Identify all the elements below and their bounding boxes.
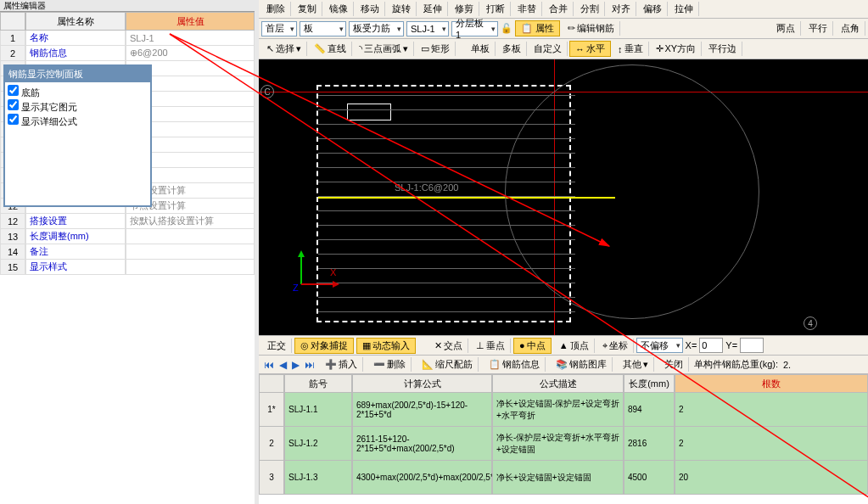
ortho-toggle[interactable]: 正交	[262, 339, 292, 353]
result-row[interactable]: 1*SLJ-1.1689+max(200/2,5*d)-15+120-2*15+…	[259, 393, 868, 427]
axis-mark-c: C	[260, 85, 274, 98]
toolbar-button[interactable]: 分割	[575, 2, 605, 16]
nav-prev[interactable]: ◀	[279, 359, 287, 371]
edit-rebar-button[interactable]: ✏ 编辑钢筋	[563, 21, 620, 36]
y-label: Y=	[725, 340, 737, 350]
parallel-button[interactable]: 平行	[804, 21, 833, 36]
weight-label: 单构件钢筋总重(kg):	[694, 358, 778, 371]
info-button[interactable]: 📋 钢筋信息	[484, 357, 546, 372]
multi-board-button[interactable]: 多板	[497, 42, 527, 56]
svg-marker-3	[333, 281, 339, 288]
vertical-button[interactable]: ↕ 垂直	[613, 42, 649, 56]
toolbar-button[interactable]: 镜像	[324, 2, 354, 16]
result-nav-bar: ⏮ ◀ ▶ ⏭ ➕ 插入 ➖ 删除 📐 缩尺配筋 📋 钢筋信息 📚 钢筋图库 其…	[259, 356, 868, 374]
offset-combo[interactable]: 不偏移	[636, 338, 683, 353]
scale-button[interactable]: 📐 缩尺配筋	[417, 357, 479, 372]
svg-text:X: X	[330, 267, 337, 277]
line-button[interactable]: 📏 直线	[309, 42, 352, 56]
result-header: 筋号 计算公式 公式描述 长度(mm) 根数	[259, 374, 868, 393]
toolbar-button[interactable]: 合并	[544, 2, 574, 16]
single-board-button[interactable]: 单板	[466, 42, 496, 56]
rebar-label: SLJ-1:C6@200	[395, 182, 458, 193]
checkbox-item[interactable]: 显示详细公式	[8, 114, 148, 128]
col-value: 属性值	[126, 12, 255, 31]
checkbox-item[interactable]: 底筋	[8, 85, 148, 99]
result-row[interactable]: 3SLJ-1.34300+max(200/2,5*d)+max(200/2,5*…	[259, 461, 868, 495]
weight-value: 2.	[783, 360, 791, 370]
floor-combo[interactable]: 首层	[261, 21, 297, 36]
toolbar-button[interactable]: 打断	[481, 2, 511, 16]
col-formula: 计算公式	[352, 374, 492, 393]
property-button[interactable]: 📋 属性	[515, 20, 560, 36]
mid-point-toggle[interactable]: ● 中点	[513, 338, 552, 354]
cross-point-toggle[interactable]: ✕ 交点	[429, 339, 468, 353]
top-point-toggle[interactable]: ▲ 顶点	[554, 339, 595, 353]
prop-row[interactable]: 2钢筋信息⊕6@200	[0, 46, 255, 61]
svg-text:Z: Z	[293, 283, 299, 293]
status-bar: 正交 ◎ 对象捕捉 ▦ 动态输入 ✕ 交点 ⊥ 垂点 ● 中点 ▲ 顶点 ⌖ 坐…	[259, 335, 868, 356]
toolbar-button[interactable]: 对齐	[607, 2, 636, 16]
x-label: X=	[686, 340, 697, 350]
axis-mark-4: 4	[804, 316, 817, 330]
nav-last[interactable]: ⏭	[305, 359, 315, 371]
svg-marker-1	[298, 250, 305, 257]
draw-toolbar: ↖ 选择 ▾ 📏 直线 ◝ 三点画弧 ▾ ▭ 矩形 单板 多板 自定义 ↔ 水平…	[259, 39, 868, 59]
prop-row[interactable]: 13长度调整(mm)	[0, 229, 255, 244]
toolbar-button[interactable]: 旋转	[387, 2, 417, 16]
horizontal-button[interactable]: ↔ 水平	[569, 41, 611, 57]
nav-next[interactable]: ▶	[292, 359, 300, 371]
layer-combo[interactable]: 分层板1	[451, 21, 498, 36]
toolbar-button[interactable]: 复制	[293, 2, 322, 16]
two-point-button[interactable]: 两点	[771, 21, 801, 36]
select-button[interactable]: ↖ 选择 ▾	[261, 42, 307, 56]
nav-first[interactable]: ⏮	[264, 359, 274, 371]
prop-row[interactable]: 12搭接设置按默认搭接设置计算	[0, 214, 255, 229]
big-circle	[505, 64, 759, 319]
toolbar-button[interactable]: 删除	[261, 2, 291, 16]
context-toolbar: 首层 板 板受力筋 SLJ-1 分层板1 🔓 📋 属性 ✏ 编辑钢筋 两点 平行…	[259, 19, 868, 39]
drawing-canvas[interactable]: C 4 SLJ-1:C6@200 Z X	[259, 59, 868, 335]
rebar-display-control-panel[interactable]: 钢筋显示控制面板 底筋显示其它图元显示详细公式	[3, 64, 152, 207]
slj-combo[interactable]: SLJ-1	[406, 21, 449, 36]
prop-row[interactable]: 14备注	[0, 244, 255, 260]
board-combo[interactable]: 板	[300, 21, 346, 36]
coord-toggle[interactable]: ⌖ 坐标	[597, 339, 634, 353]
perp-point-toggle[interactable]: ⊥ 垂点	[471, 339, 511, 353]
lib-button[interactable]: 📚 钢筋图库	[551, 357, 613, 372]
arc-button[interactable]: ◝ 三点画弧 ▾	[354, 42, 414, 56]
prop-row[interactable]: 15显示样式	[0, 260, 255, 275]
toolbar-button[interactable]: 移动	[356, 2, 385, 16]
custom-button[interactable]: 自定义	[529, 42, 568, 56]
point-angle-button[interactable]: 点角	[836, 21, 865, 36]
toolbar-button[interactable]: 修剪	[450, 2, 479, 16]
snap-toggle[interactable]: ◎ 对象捕捉	[294, 338, 354, 354]
rebar-combo[interactable]: 板受力筋	[349, 21, 404, 36]
toolbar-button[interactable]: 延伸	[418, 2, 448, 16]
checkbox-item[interactable]: 显示其它图元	[8, 99, 148, 114]
xy-button[interactable]: ✛ XY方向	[651, 42, 703, 56]
col-len: 长度(mm)	[624, 374, 675, 393]
dyn-input-toggle[interactable]: ▦ 动态输入	[356, 338, 416, 354]
rect-button[interactable]: ▭ 矩形	[416, 42, 456, 56]
delete-button[interactable]: ➖ 删除	[368, 357, 412, 372]
panel-title: 属性编辑器	[0, 0, 255, 12]
result-table: 筋号 计算公式 公式描述 长度(mm) 根数 1*SLJ-1.1689+max(…	[259, 374, 868, 504]
lock-icon[interactable]: 🔓	[501, 23, 512, 34]
toolbar-button[interactable]: 偏移	[638, 2, 668, 16]
toolbar-button[interactable]: 非替	[512, 2, 542, 16]
insert-button[interactable]: ➕ 插入	[320, 357, 363, 372]
prop-header-row: 属性名称 属性值	[0, 12, 255, 31]
y-input[interactable]	[740, 338, 764, 353]
axis-icon: Z X	[293, 250, 344, 293]
col-count: 根数	[675, 374, 868, 393]
close-button[interactable]: 关闭	[659, 357, 689, 372]
toolbar-button[interactable]: 拉伸	[669, 2, 699, 16]
parallel-edge-button[interactable]: 平行边	[703, 42, 742, 56]
x-input[interactable]	[699, 338, 723, 353]
result-row[interactable]: 2SLJ-1.22611-15+120-2*15+5*d+max(200/2,5…	[259, 427, 868, 461]
prop-row[interactable]: 1名称SLJ-1	[0, 31, 255, 46]
top-toolbar: 删除复制镜像移动旋转延伸修剪打断非替合并分割对齐偏移拉伸	[259, 0, 868, 19]
col-name: 属性名称	[25, 12, 126, 31]
small-rect	[347, 104, 391, 120]
other-button[interactable]: 其他 ▾	[618, 357, 654, 372]
